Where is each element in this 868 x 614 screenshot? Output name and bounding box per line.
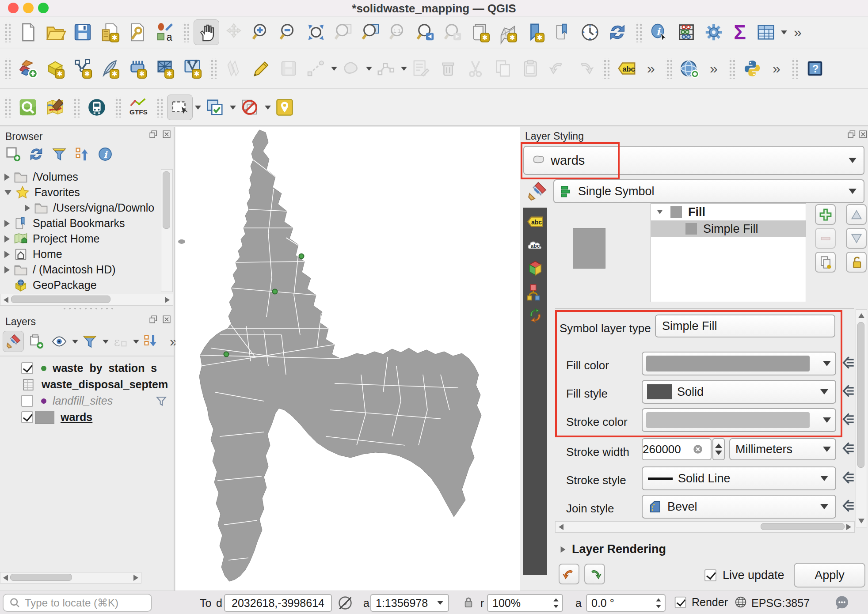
zoom-full-button[interactable] bbox=[303, 19, 329, 45]
layer-rendering-header[interactable]: Layer Rendering bbox=[560, 542, 666, 556]
browser-item--users-vigna-downlo[interactable]: /Users/vigna/Downlo bbox=[0, 200, 160, 216]
stroke-style-combo[interactable]: Solid Line bbox=[642, 466, 836, 490]
join-style-combo[interactable]: Bevel bbox=[642, 495, 836, 519]
crs-globe-icon[interactable] bbox=[734, 595, 748, 609]
join-style-override-button[interactable] bbox=[840, 496, 857, 517]
layer-visibility-checkbox[interactable] bbox=[21, 395, 33, 407]
toolbar-grip[interactable] bbox=[728, 58, 735, 79]
toolbar-grip[interactable] bbox=[602, 58, 609, 79]
renderer-combo[interactable]: Single Symbol bbox=[553, 179, 864, 203]
layers-close-icon[interactable] bbox=[162, 315, 171, 324]
toolbar-grip[interactable] bbox=[635, 22, 642, 42]
scale-lock-icon[interactable] bbox=[461, 595, 476, 610]
layer-visibility-checkbox[interactable] bbox=[21, 411, 33, 423]
deselect-features-dropdown-icon[interactable] bbox=[265, 106, 271, 110]
layer-labeling-button[interactable]: abc bbox=[614, 56, 640, 81]
browser-hscrollbar[interactable] bbox=[0, 294, 173, 306]
remove-symbol-layer-button[interactable] bbox=[815, 228, 836, 249]
layer-visibility-checkbox[interactable] bbox=[21, 362, 33, 374]
toolbar-grip[interactable] bbox=[209, 58, 217, 79]
toolbar-grip[interactable] bbox=[665, 58, 672, 79]
quickmap-services-button[interactable] bbox=[42, 95, 68, 120]
style-manager-button[interactable]: a bbox=[152, 19, 178, 45]
zoom-to-layer-button[interactable] bbox=[358, 19, 384, 45]
map-canvas[interactable] bbox=[175, 127, 520, 591]
station-point[interactable] bbox=[299, 254, 304, 259]
fill-color-override-button[interactable] bbox=[840, 353, 857, 374]
magnifier-input[interactable]: 100% bbox=[487, 594, 563, 612]
new-spatialite-layer-button[interactable] bbox=[97, 56, 123, 81]
layer-select-combo[interactable]: wards bbox=[523, 146, 864, 175]
toolbar-grip[interactable] bbox=[791, 58, 798, 79]
data-source-manager-button[interactable] bbox=[15, 56, 41, 81]
rotation-input[interactable]: 0.0 ° bbox=[586, 594, 666, 612]
zoom-out-button[interactable] bbox=[276, 19, 301, 45]
new-project-button[interactable] bbox=[15, 19, 41, 45]
refresh-map-button[interactable] bbox=[605, 19, 630, 45]
filter-legend-button[interactable] bbox=[79, 331, 100, 352]
new-3d-map-view-button[interactable] bbox=[495, 19, 521, 45]
expander-icon[interactable] bbox=[4, 220, 10, 227]
temporal-controller-button[interactable] bbox=[577, 19, 603, 45]
zoom-last-button[interactable] bbox=[413, 19, 438, 45]
zoom-in-button[interactable] bbox=[248, 19, 274, 45]
symbology-tab-icon[interactable] bbox=[526, 180, 548, 202]
open-layer-styling-button[interactable] bbox=[3, 331, 24, 352]
browser-item-geopackage[interactable]: GeoPackage bbox=[0, 277, 160, 293]
extents-toggle-icon[interactable] bbox=[337, 595, 354, 611]
help-button[interactable]: ? bbox=[802, 56, 828, 81]
add-group-button[interactable] bbox=[26, 331, 47, 352]
locator-input[interactable] bbox=[25, 597, 144, 609]
open-project-button[interactable] bbox=[42, 19, 68, 45]
select-by-value-button[interactable] bbox=[202, 95, 228, 120]
gtfs-go-button[interactable] bbox=[84, 95, 110, 120]
stroke-width-units-combo[interactable]: Millimeters bbox=[729, 438, 836, 460]
layers-hscrollbar[interactable] bbox=[0, 572, 141, 584]
add-selected-layer-button[interactable] bbox=[3, 144, 24, 165]
tab-history-icon[interactable] bbox=[526, 306, 544, 325]
vertex-tool-dropdown-icon[interactable] bbox=[401, 67, 407, 71]
browser-close-icon[interactable] bbox=[162, 129, 171, 139]
expander-icon[interactable] bbox=[25, 205, 30, 212]
layer-row-landfill-sites[interactable]: landfill_sites bbox=[0, 393, 174, 409]
live-update-control[interactable]: Live update bbox=[704, 569, 784, 582]
stroke-width-override-button[interactable] bbox=[840, 439, 857, 460]
tab-labels-icon[interactable]: abc bbox=[526, 212, 544, 231]
panel-splitter-handle[interactable] bbox=[62, 307, 115, 311]
toolbar-grip[interactable] bbox=[4, 22, 11, 42]
new-map-view-button[interactable] bbox=[468, 19, 493, 45]
locator-search[interactable] bbox=[3, 594, 152, 612]
attribute-table-dropdown-icon[interactable] bbox=[781, 30, 787, 34]
browser-item-spatial-bookmarks[interactable]: Spatial Bookmarks bbox=[0, 216, 160, 231]
toolbar-grip[interactable] bbox=[4, 97, 11, 117]
identify-features-button[interactable]: i bbox=[646, 19, 672, 45]
statistical-summary-button[interactable] bbox=[674, 19, 699, 45]
symbol-tree-simplefill-row[interactable]: Simple Fill bbox=[651, 220, 806, 237]
filter-expression-dropdown-icon[interactable] bbox=[133, 340, 139, 344]
station-point[interactable] bbox=[273, 289, 278, 294]
expander-icon[interactable] bbox=[4, 190, 11, 195]
styling-hscrollbar[interactable] bbox=[555, 521, 855, 533]
tab-mask-icon[interactable]: abc bbox=[526, 236, 544, 254]
expander-icon[interactable] bbox=[4, 235, 10, 243]
attribute-table-button[interactable] bbox=[753, 19, 779, 45]
pan-map-button[interactable] bbox=[194, 19, 219, 45]
select-by-value-dropdown-icon[interactable] bbox=[230, 106, 236, 110]
collapse-all-button[interactable] bbox=[72, 144, 93, 165]
toolbar-overflow-button[interactable]: » bbox=[788, 19, 807, 45]
select-by-location-button[interactable] bbox=[272, 95, 297, 120]
toolbar-grip[interactable] bbox=[156, 97, 163, 117]
browser-item-favorites[interactable]: Favorites bbox=[0, 185, 160, 200]
fill-style-combo[interactable]: Solid bbox=[642, 380, 836, 404]
digitize-shape-dropdown-icon[interactable] bbox=[366, 67, 372, 71]
metasearch-button[interactable] bbox=[677, 56, 702, 81]
layer-filter-icon[interactable] bbox=[155, 395, 168, 407]
browser-item-project-home[interactable]: Project Home bbox=[0, 231, 160, 246]
render-control[interactable]: Render bbox=[674, 596, 728, 609]
toolbar-grip[interactable] bbox=[72, 97, 80, 117]
fill-style-override-button[interactable] bbox=[840, 381, 857, 402]
lock-color-button[interactable] bbox=[846, 252, 867, 273]
tab-3d-view-icon[interactable] bbox=[526, 259, 544, 278]
browser-float-icon[interactable] bbox=[148, 129, 158, 139]
python-console-button[interactable] bbox=[739, 56, 765, 81]
